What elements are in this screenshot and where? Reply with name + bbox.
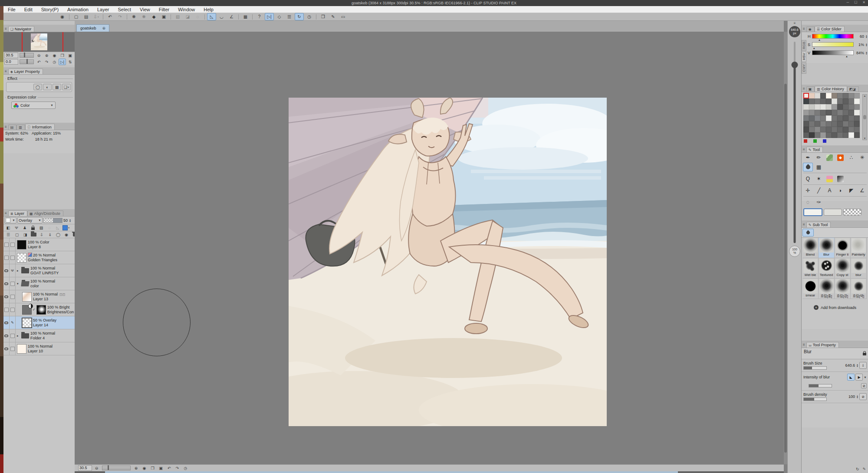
nav-rotate-left-icon[interactable]: ↶ [35, 59, 43, 65]
nav-zoom-out-icon[interactable]: ⊖ [35, 52, 43, 59]
color-swatch[interactable] [820, 110, 826, 115]
color-swatch[interactable] [815, 104, 820, 110]
color-swatch[interactable] [843, 127, 848, 132]
navigator-preview[interactable] [3, 32, 75, 52]
color-swatch[interactable] [820, 121, 826, 127]
create-mask-icon[interactable]: ◯ [54, 231, 62, 238]
ruler-layer-icon[interactable]: ◺ [54, 224, 62, 231]
intensity-mode-hard-button[interactable]: ▶ [855, 374, 863, 381]
layer-row[interactable]: ▸100 % NormalFolder 4 [3, 329, 75, 342]
color-mode-tab-rgb[interactable]: RGB [802, 40, 806, 51]
color-swatch[interactable] [803, 115, 809, 121]
canvas-rotate-right-icon[interactable]: ↷ [174, 465, 181, 471]
layer-row[interactable]: ✎50 % OverlayLayer 14 [3, 316, 75, 329]
layer-checkbox[interactable] [10, 347, 15, 351]
save-canvas-icon[interactable]: ⇩▾ [92, 13, 101, 20]
brush-size-property-value[interactable]: 640.6 [845, 363, 855, 368]
visibility-checkbox[interactable] [4, 256, 9, 260]
invert-selection-icon[interactable]: ◪ [183, 13, 192, 20]
color-swatch[interactable] [854, 99, 860, 104]
nav-zoom-in-icon[interactable]: ⊕ [43, 52, 50, 59]
reference-layer-icon[interactable]: ♟ [21, 224, 29, 231]
layer-checkbox[interactable] [10, 256, 15, 260]
menu-file[interactable]: File [3, 6, 20, 13]
color-swatch[interactable] [843, 115, 848, 121]
layer-checkbox[interactable] [10, 282, 15, 286]
figure-tool[interactable]: ▦ [814, 163, 824, 171]
maximize-button[interactable]: ☐ [854, 0, 857, 4]
density-spinner[interactable]: ▲▼ [856, 395, 858, 398]
layer-row[interactable]: 20 % NormalGolden Triangles [3, 251, 75, 264]
color-swatch[interactable] [837, 132, 843, 138]
color-swatch[interactable] [820, 115, 826, 121]
clear-icon[interactable]: ❋ [129, 13, 138, 20]
vertical-scrollbar-thumb[interactable] [784, 84, 787, 453]
slider-spinner[interactable]: ▲▼ [865, 43, 868, 46]
layer-row[interactable]: ✓100 % BrightBrightness/Con [3, 303, 75, 316]
color-swatch[interactable] [843, 104, 848, 110]
color-swatch[interactable] [803, 121, 809, 127]
color-swatch[interactable] [837, 115, 843, 121]
draft-layer-icon[interactable]: Ψ [13, 224, 20, 231]
auto-select-tool[interactable]: ✶ [814, 174, 824, 183]
color-swatch[interactable] [848, 104, 854, 110]
sub-tool-item[interactable]: Blend [802, 238, 819, 258]
sub-tool-item[interactable]: Blur [819, 238, 835, 258]
color-swatch[interactable] [826, 132, 832, 138]
color-swatch[interactable] [854, 127, 860, 132]
color-swatch[interactable] [803, 93, 809, 99]
snap-grid-icon[interactable]: ∠ [227, 13, 236, 20]
nav-flip-vertical-icon[interactable]: ⇅ [66, 59, 74, 65]
canvas-fit-icon[interactable]: ❒ [149, 465, 156, 471]
color-swatch[interactable] [832, 121, 837, 127]
color-swatch[interactable] [832, 93, 837, 99]
canvas-horizontal-scrollbar[interactable] [75, 471, 784, 473]
tab-color-set[interactable]: ▣ [806, 86, 815, 92]
mini-color-swatch[interactable] [804, 139, 807, 143]
layer-menu-icon[interactable]: ☰ [4, 231, 12, 238]
canvas-zoom-slider[interactable] [102, 466, 131, 470]
color-swatch[interactable] [854, 115, 860, 121]
color-mode-tab-cmy[interactable]: CMY [802, 62, 806, 74]
color-swatch[interactable] [832, 110, 837, 115]
canvas-fit-window-icon[interactable]: ▣ [157, 465, 164, 471]
palette-color-combo[interactable]: ▼ [4, 217, 16, 223]
rotate-view-icon[interactable]: ↻ [295, 13, 304, 20]
intensity-slider[interactable] [809, 384, 832, 388]
layer-row[interactable]: 100 % ColorLayer 8 [3, 238, 75, 251]
color-swatch[interactable] [843, 99, 848, 104]
expression-color-dropdown[interactable]: Color ▼ [11, 102, 56, 109]
merge-down-icon[interactable]: ⇓ [46, 231, 54, 238]
brush-size-source-button[interactable]: ⇩ [859, 362, 867, 369]
color-swatch[interactable] [809, 110, 815, 115]
h-slider[interactable]: ▲ [812, 34, 854, 39]
folder-expander[interactable]: ▸ [17, 269, 20, 273]
color-swatch[interactable] [809, 127, 815, 132]
color-swatch[interactable] [815, 115, 820, 121]
color-swatch[interactable] [843, 132, 848, 138]
sub-tool-item[interactable]: Painterly [851, 238, 867, 258]
move-tool[interactable]: ✛ [803, 186, 813, 195]
tab-layer-property[interactable]: ◈ Layer Property [8, 69, 43, 74]
color-swatch[interactable] [803, 127, 809, 132]
chevron-down-icon[interactable]: ▼ [864, 376, 867, 379]
density-effector-button[interactable]: ⊘ [859, 393, 867, 400]
color-swatch[interactable] [848, 93, 854, 99]
brush-size-slider-track[interactable] [794, 42, 796, 64]
color-swatch[interactable] [837, 110, 843, 115]
slider-spinner[interactable]: ▲▼ [865, 51, 868, 55]
navigator-menu-icon[interactable]: ≡ [4, 27, 8, 32]
new-vector-layer-icon[interactable]: ◨ [21, 231, 29, 238]
folder-expander[interactable]: ▾ [17, 282, 20, 286]
eyedropper-tool[interactable]: ✑ [814, 198, 824, 207]
tab-intermediate-color[interactable]: ◩◪ [847, 86, 859, 92]
sub-tool-item[interactable]: smear [802, 279, 819, 299]
text-tool[interactable]: A [825, 186, 835, 195]
new-canvas-icon[interactable]: ▢ [72, 13, 81, 20]
brush-bar-menu-icon[interactable]: ≡ [788, 21, 802, 25]
page-icon[interactable]: ▭ [339, 13, 348, 20]
new-raster-layer-icon[interactable]: ▢ [13, 231, 21, 238]
lock-layer-icon[interactable] [29, 224, 37, 231]
layer-thumbnail[interactable] [17, 344, 26, 354]
canvas-zoom-out-icon[interactable]: ⊖ [93, 465, 100, 471]
